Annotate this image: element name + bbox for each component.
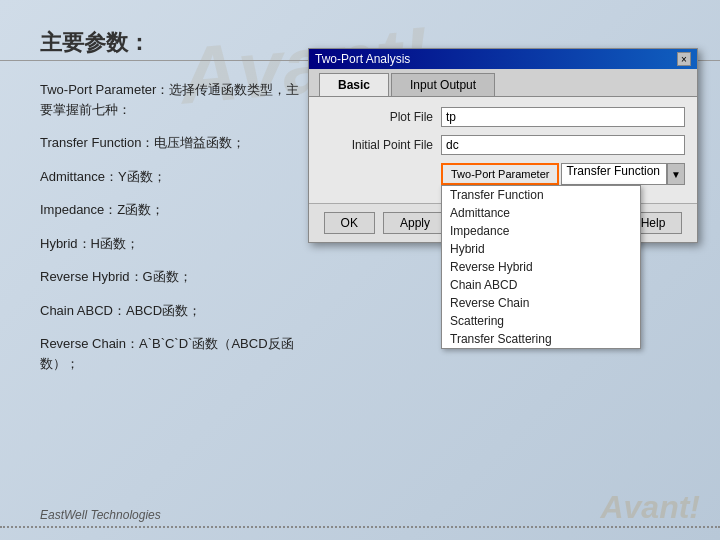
menu-item-hybrid[interactable]: Hybrid	[442, 240, 640, 258]
tab-input-output[interactable]: Input Output	[391, 73, 495, 96]
bottom-divider	[0, 526, 720, 528]
param-impedance-text: Impedance：Z函数；	[40, 200, 300, 220]
two-port-parameter-button[interactable]: Two-Port Parameter	[441, 163, 559, 185]
menu-item-scattering[interactable]: Scattering	[442, 312, 640, 330]
param-block-two-port: Two-Port Parameter：选择传通函数类型，主要掌握前七种：	[40, 80, 300, 119]
company-label: EastWell Technologies	[40, 508, 161, 522]
param-admittance-text: Admittance：Y函数；	[40, 167, 300, 187]
menu-item-admittance[interactable]: Admittance	[442, 204, 640, 222]
left-content-area: Two-Port Parameter：选择传通函数类型，主要掌握前七种： Tra…	[40, 80, 300, 387]
dialog-body: Plot File Initial Point File Two-Port Pa…	[309, 97, 697, 203]
param-reverse-hybrid-text: Reverse Hybrid：G函数；	[40, 267, 300, 287]
param-block-reverse-chain: Reverse Chain：A`B`C`D`函数（ABCD反函数）；	[40, 334, 300, 373]
initial-point-row: Initial Point File	[321, 135, 685, 155]
dialog-title: Two-Port Analysis	[315, 52, 410, 66]
param-block-reverse-hybrid: Reverse Hybrid：G函数；	[40, 267, 300, 287]
dropdown-row: Two-Port Parameter Transfer Function ▼ T…	[321, 163, 685, 185]
dialog-tabs: Basic Input Output	[309, 69, 697, 97]
param-block-chain: Chain ABCD：ABCD函数；	[40, 301, 300, 321]
menu-item-reverse-hybrid[interactable]: Reverse Hybrid	[442, 258, 640, 276]
menu-item-transfer-function[interactable]: Transfer Function	[442, 186, 640, 204]
apply-button[interactable]: Apply	[383, 212, 447, 234]
dialog-close-button[interactable]: ×	[677, 52, 691, 66]
dropdown-arrow-button[interactable]: ▼	[667, 163, 685, 185]
dropdown-menu: Transfer Function Admittance Impedance H…	[441, 185, 641, 349]
param-block-hybrid: Hybrid：H函数；	[40, 234, 300, 254]
watermark-bottom-right: Avant!	[600, 489, 700, 526]
param-block-impedance: Impedance：Z函数；	[40, 200, 300, 220]
menu-item-chain-abcd[interactable]: Chain ABCD	[442, 276, 640, 294]
plot-file-label: Plot File	[321, 110, 441, 124]
dialog-titlebar: Two-Port Analysis ×	[309, 49, 697, 69]
plot-file-row: Plot File	[321, 107, 685, 127]
param-two-port-text: Two-Port Parameter：选择传通函数类型，主要掌握前七种：	[40, 80, 300, 119]
ok-button[interactable]: OK	[324, 212, 375, 234]
initial-point-input[interactable]	[441, 135, 685, 155]
initial-point-label: Initial Point File	[321, 138, 441, 152]
param-transfer-text: Transfer Function：电压增益函数；	[40, 133, 300, 153]
param-chain-text: Chain ABCD：ABCD函数；	[40, 301, 300, 321]
param-block-admittance: Admittance：Y函数；	[40, 167, 300, 187]
tab-basic[interactable]: Basic	[319, 73, 389, 96]
param-reverse-chain-text: Reverse Chain：A`B`C`D`函数（ABCD反函数）；	[40, 334, 300, 373]
two-port-analysis-dialog: Two-Port Analysis × Basic Input Output P…	[308, 48, 698, 243]
param-block-transfer: Transfer Function：电压增益函数；	[40, 133, 300, 153]
transfer-function-value: Transfer Function	[561, 163, 667, 185]
slide-title: 主要参数：	[40, 28, 150, 58]
menu-item-impedance[interactable]: Impedance	[442, 222, 640, 240]
menu-item-transfer-scattering[interactable]: Transfer Scattering	[442, 330, 640, 348]
param-hybrid-text: Hybrid：H函数；	[40, 234, 300, 254]
plot-file-input[interactable]	[441, 107, 685, 127]
menu-item-reverse-chain[interactable]: Reverse Chain	[442, 294, 640, 312]
